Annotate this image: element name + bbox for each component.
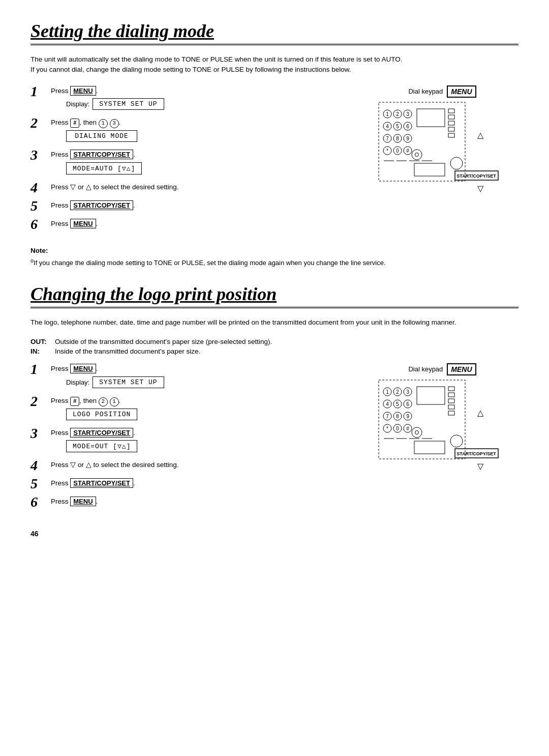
svg-text:9: 9 (406, 136, 409, 141)
s2-display-box-3: MODE=OUT [▽△] (66, 440, 137, 452)
section1-keypad: Dial keypad MENU 1 2 3 4 5 6 7 (366, 85, 518, 237)
svg-rect-37 (414, 163, 445, 176)
svg-text:7: 7 (386, 414, 389, 419)
display-row-1: Display: SYSTEM SET UP (66, 98, 351, 110)
display-box-3: MODE=AUTO [▽△] (66, 162, 142, 175)
section1-steps-left: 1 Press MENU. Display: SYSTEM SET UP 2 P… (30, 85, 351, 237)
svg-text:6: 6 (406, 401, 409, 407)
svg-text:*: * (386, 426, 388, 431)
svg-text:O: O (415, 429, 419, 435)
s2-display-row-3: MODE=OUT [▽△] (66, 440, 351, 452)
svg-text:0: 0 (396, 426, 399, 431)
out-in-table: OUT: Outside of the transmitted document… (30, 338, 518, 355)
svg-rect-28 (448, 121, 454, 125)
keypad-label-row-1: Dial keypad MENU (408, 85, 476, 98)
svg-text:START/COPY/SET: START/COPY/SET (456, 173, 496, 179)
svg-rect-26 (448, 109, 454, 113)
section2-title: Changing the logo print position (30, 283, 518, 308)
svg-rect-0 (379, 102, 465, 181)
s2-step-2: 2 Press #, then 2 1. LOGO POSITION (30, 395, 351, 422)
step-2: 2 Press #, then 1 3. DIALING MODE (30, 117, 351, 144)
svg-text:0: 0 (396, 148, 399, 154)
key-3: 3 (110, 119, 119, 128)
svg-text:△: △ (477, 131, 484, 139)
svg-point-38 (450, 157, 463, 169)
s2-display-row-2: LOGO POSITION (66, 409, 351, 420)
step-5: 5 Press START/COPY/SET. (30, 200, 351, 213)
svg-text:5: 5 (396, 401, 399, 407)
svg-rect-73 (448, 411, 454, 415)
section1-note: Note: oIf you change the dialing mode se… (30, 247, 518, 268)
s2-display-box-1: SYSTEM SET UP (93, 376, 164, 388)
page-number: 46 (30, 530, 518, 538)
section2-steps-container: 1 Press MENU. Display: SYSTEM SET UP 2 P… (30, 363, 518, 514)
key-1: 1 (99, 119, 108, 128)
s2-step-1: 1 Press MENU. Display: SYSTEM SET UP (30, 363, 351, 390)
step-1: 1 Press MENU. Display: SYSTEM SET UP (30, 85, 351, 112)
svg-text:4: 4 (386, 401, 389, 407)
svg-rect-70 (448, 393, 454, 397)
svg-rect-72 (448, 405, 454, 409)
svg-text:7: 7 (386, 136, 389, 141)
svg-text:8: 8 (396, 136, 399, 141)
svg-text:▽: ▽ (477, 462, 484, 471)
svg-point-81 (450, 435, 463, 447)
display-row-3: MODE=AUTO [▽△] (66, 162, 351, 175)
display-row-2: DIALING MODE (66, 130, 351, 142)
svg-text:1: 1 (386, 111, 389, 117)
menu-key-2: MENU (70, 219, 96, 228)
s2-key-1: 1 (110, 397, 119, 406)
s2-key-2: 2 (99, 397, 108, 406)
svg-rect-27 (448, 115, 454, 119)
s2-menu-key-2: MENU (70, 497, 96, 506)
keypad-label-row-2: Dial keypad MENU (408, 363, 476, 375)
svg-text:3: 3 (406, 111, 409, 117)
s2-hash-key: # (70, 397, 79, 406)
s2-step-6: 6 Press MENU. (30, 496, 351, 509)
section2-intro: The logo, telephone number, date, time a… (30, 317, 518, 328)
section2-keypad: Dial keypad MENU 1 2 3 4 5 6 7 8 (366, 363, 518, 514)
section1-intro: The unit will automatically set the dial… (30, 54, 518, 75)
svg-rect-80 (414, 441, 445, 454)
s2-step-4: 4 Press ▽ or △ to select the desired set… (30, 459, 351, 473)
svg-text:START/COPY/SET: START/COPY/SET (456, 451, 496, 456)
svg-text:5: 5 (396, 124, 399, 129)
step-4: 4 Press ▽ or △ to select the desired set… (30, 182, 351, 195)
keypad-svg-2: 1 2 3 4 5 6 7 8 9 * 0 # (376, 377, 508, 479)
svg-rect-43 (379, 380, 465, 459)
section1-title: Setting the dialing mode (30, 20, 518, 45)
svg-text:6: 6 (406, 124, 409, 129)
s2-step-3: 3 Press START/COPY/SET. MODE=OUT [▽△] (30, 427, 351, 455)
svg-text:3: 3 (406, 389, 409, 395)
svg-text:1: 1 (386, 389, 389, 395)
svg-text:#: # (406, 148, 409, 154)
svg-rect-25 (417, 109, 445, 127)
s2-menu-key-1: MENU (70, 364, 96, 373)
display-box-1: SYSTEM SET UP (93, 98, 164, 110)
s2-startcopy-key-1: START/COPY/SET (70, 428, 133, 438)
svg-text:8: 8 (396, 414, 399, 419)
s2-step-5: 5 Press START/COPY/SET. (30, 478, 351, 491)
svg-rect-71 (448, 399, 454, 403)
s2-display-row-1: Display: SYSTEM SET UP (66, 376, 351, 388)
svg-text:4: 4 (386, 124, 389, 129)
section1-steps-container: 1 Press MENU. Display: SYSTEM SET UP 2 P… (30, 85, 518, 237)
display-box-2: DIALING MODE (66, 130, 137, 142)
svg-text:*: * (386, 148, 388, 154)
section2-steps-left: 1 Press MENU. Display: SYSTEM SET UP 2 P… (30, 363, 351, 514)
s2-display-box-2: LOGO POSITION (66, 409, 137, 420)
s2-startcopy-key-2: START/COPY/SET (70, 478, 133, 488)
svg-text:△: △ (477, 409, 484, 417)
svg-text:O: O (415, 152, 419, 158)
startcopy-key-2: START/COPY/SET (70, 200, 133, 210)
svg-rect-68 (417, 387, 445, 404)
svg-rect-30 (448, 133, 454, 137)
keypad-svg-1: 1 2 3 4 5 6 7 8 9 * 0 # (376, 100, 508, 201)
svg-text:2: 2 (396, 111, 399, 117)
svg-text:2: 2 (396, 389, 399, 395)
menu-key-1: MENU (70, 86, 96, 96)
hash-key-1: # (70, 119, 79, 128)
startcopy-key-1: START/COPY/SET (70, 150, 133, 159)
svg-text:▽: ▽ (477, 184, 484, 193)
svg-text:#: # (406, 426, 409, 431)
